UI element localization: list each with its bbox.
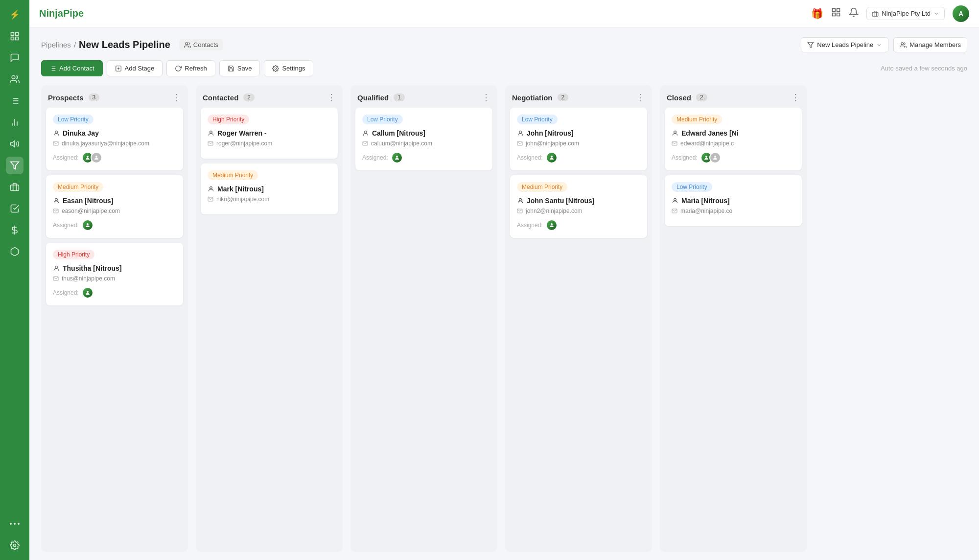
card-assigned: Assigned: xyxy=(672,152,795,163)
column-menu-contacted[interactable]: ⋮ xyxy=(327,92,336,103)
org-name: NinjaPipe Pty Ltd xyxy=(882,10,931,17)
svg-marker-14 xyxy=(11,141,15,147)
person-icon xyxy=(208,186,214,192)
column-count-closed: 2 xyxy=(696,93,707,101)
card-contacted-0[interactable]: High Priority Roger Warren - roger@ninja… xyxy=(201,108,338,159)
sidebar-icon-cube[interactable] xyxy=(6,243,23,260)
svg-point-49 xyxy=(365,131,367,133)
mini-avatar xyxy=(91,152,102,163)
manage-members-button[interactable]: Manage Members xyxy=(893,37,967,52)
breadcrumb-pipelines[interactable]: Pipelines xyxy=(41,41,71,49)
svg-rect-25 xyxy=(833,13,836,16)
column-header-qualified: Qualified 1 ⋮ xyxy=(350,85,497,108)
priority-badge: High Priority xyxy=(208,115,249,124)
sidebar: ⚡ xyxy=(0,0,29,560)
column-header-contacted: Contacted 2 ⋮ xyxy=(196,85,343,108)
sidebar-icon-chat[interactable] xyxy=(6,49,23,67)
column-menu-qualified[interactable]: ⋮ xyxy=(482,92,490,103)
column-header-negotiation: Negotiation 2 ⋮ xyxy=(505,85,652,108)
svg-point-43 xyxy=(55,198,58,201)
column-closed: Closed 2 ⋮ Medium Priority Edward Janes … xyxy=(660,85,807,552)
column-count-contacted: 2 xyxy=(243,93,255,101)
column-contacted: Contacted 2 ⋮ High Priority Roger Warren… xyxy=(196,85,343,552)
svg-point-46 xyxy=(87,291,89,293)
svg-point-57 xyxy=(714,156,716,158)
card-email: thus@ninjapipe.com xyxy=(53,275,176,282)
svg-rect-2 xyxy=(16,37,19,40)
card-assigned: Assigned: xyxy=(362,152,486,163)
gift-icon[interactable]: 🎁 xyxy=(811,8,823,20)
person-icon xyxy=(53,197,60,204)
svg-point-58 xyxy=(674,198,676,201)
card-negotiation-0[interactable]: Low Priority John [Nitrous] john@ninjapi… xyxy=(510,108,647,170)
priority-badge: High Priority xyxy=(53,250,94,259)
card-prospects-0[interactable]: Low Priority Dinuka Jay dinuka.jayasuriy… xyxy=(46,108,183,170)
card-closed-0[interactable]: Medium Priority Edward Janes [Ni edward@… xyxy=(665,108,802,170)
email-icon xyxy=(517,140,523,146)
column-menu-prospects[interactable]: ⋮ xyxy=(172,92,181,103)
svg-point-21 xyxy=(14,544,16,547)
svg-rect-1 xyxy=(16,33,19,36)
card-closed-1[interactable]: Low Priority Maria [Nitrous] maria@ninja… xyxy=(665,175,802,226)
sidebar-icon-briefcase[interactable] xyxy=(6,178,23,196)
svg-rect-26 xyxy=(872,12,878,16)
svg-point-53 xyxy=(519,198,522,201)
sidebar-icon-megaphone[interactable] xyxy=(6,135,23,153)
add-stage-button[interactable]: Add Stage xyxy=(107,60,163,76)
card-contacted-1[interactable]: Medium Priority Mark [Nitrous] niko@ninj… xyxy=(201,163,338,214)
sidebar-icon-check[interactable] xyxy=(6,200,23,217)
svg-point-41 xyxy=(87,156,89,158)
column-menu-negotiation[interactable]: ⋮ xyxy=(636,92,645,103)
sidebar-icon-analytics[interactable] xyxy=(6,114,23,131)
refresh-label: Refresh xyxy=(185,65,207,72)
email-icon xyxy=(208,140,213,146)
card-email: dinuka.jayasuriya@ninjapipe.com xyxy=(53,140,176,147)
grid-icon[interactable] xyxy=(831,7,841,20)
app-logo: NinjaPipe xyxy=(39,8,84,19)
sidebar-icon-dollar[interactable] xyxy=(6,221,23,239)
sidebar-icon-more[interactable] xyxy=(6,515,23,533)
sidebar-icon-chart[interactable] xyxy=(6,27,23,45)
column-negotiation: Negotiation 2 ⋮ Low Priority John [Nitro… xyxy=(505,85,652,552)
column-menu-closed[interactable]: ⋮ xyxy=(791,92,800,103)
user-avatar[interactable]: A xyxy=(953,5,969,22)
sidebar-icon-filter[interactable] xyxy=(6,157,23,174)
svg-point-48 xyxy=(210,187,212,189)
svg-rect-16 xyxy=(11,185,19,191)
svg-point-4 xyxy=(12,76,15,79)
svg-point-54 xyxy=(551,223,553,225)
card-name: Mark [Nitrous] xyxy=(208,185,331,193)
card-qualified-0[interactable]: Low Priority Callum [Nitrous] caluum@nin… xyxy=(355,108,492,170)
column-header-prospects: Prospects 3 ⋮ xyxy=(41,85,188,108)
avatar-group xyxy=(82,287,91,299)
card-prospects-2[interactable]: High Priority Thusitha [Nitrous] thus@ni… xyxy=(46,243,183,305)
sidebar-icon-lightning[interactable]: ⚡ xyxy=(6,6,23,23)
svg-point-44 xyxy=(87,223,89,225)
main-area: NinjaPipe 🎁 NinjaPipe Pty Ltd A Pipeline… xyxy=(29,0,979,560)
svg-rect-23 xyxy=(837,9,840,12)
card-prospects-1[interactable]: Medium Priority Easan [Nitrous] eason@ni… xyxy=(46,175,183,238)
card-negotiation-1[interactable]: Medium Priority John Santu [Nitrous] joh… xyxy=(510,175,647,238)
svg-point-55 xyxy=(674,131,676,133)
card-email: maria@ninjapipe.co xyxy=(672,208,795,214)
contacts-badge[interactable]: Contacts xyxy=(179,39,223,50)
settings-button[interactable]: Settings xyxy=(264,60,313,76)
card-email: roger@ninjapipe.com xyxy=(208,140,331,147)
pipeline-selector[interactable]: New Leads Pipeline xyxy=(801,37,888,52)
refresh-button[interactable]: Refresh xyxy=(166,60,215,76)
sidebar-icon-settings[interactable] xyxy=(6,537,23,554)
bell-icon[interactable] xyxy=(849,7,859,20)
card-name: Callum [Nitrous] xyxy=(362,129,486,137)
svg-point-45 xyxy=(55,266,58,268)
column-title-negotiation: Negotiation xyxy=(512,93,553,102)
add-contact-button[interactable]: Add Contact xyxy=(41,60,103,76)
settings-label: Settings xyxy=(282,65,305,72)
org-selector[interactable]: NinjaPipe Pty Ltd xyxy=(866,7,945,20)
card-name: Dinuka Jay xyxy=(53,129,176,137)
save-button[interactable]: Save xyxy=(219,60,260,76)
sidebar-icon-list[interactable] xyxy=(6,92,23,110)
card-assigned: Assigned: xyxy=(53,219,176,231)
sidebar-icon-people[interactable] xyxy=(6,70,23,88)
card-name: John [Nitrous] xyxy=(517,129,640,137)
mini-avatar xyxy=(82,219,93,231)
